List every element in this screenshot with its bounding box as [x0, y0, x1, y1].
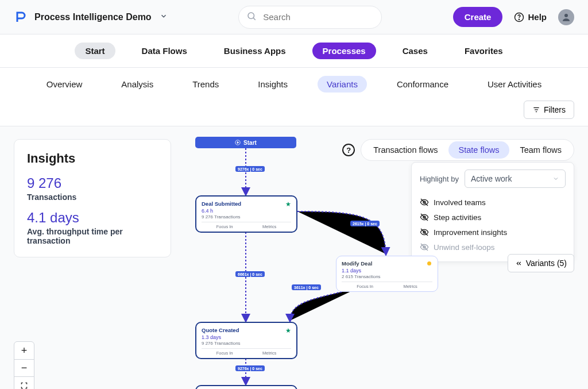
filters-label: Filters	[544, 105, 566, 114]
star-icon: ★	[285, 327, 291, 334]
highlight-select[interactable]: Active work	[465, 170, 566, 188]
insights-card: Insights 9 276 Transactions 4.1 days Avg…	[14, 139, 171, 257]
chevron-left-double-icon	[515, 260, 523, 267]
play-icon	[235, 140, 241, 145]
svg-line-1	[254, 18, 256, 20]
variants-button[interactable]: Variants (5)	[508, 254, 574, 272]
zoom-controls: + −	[14, 341, 34, 389]
subtab-variants[interactable]: Variants	[318, 76, 367, 93]
node-deal-structured[interactable]: ★ Deal Structured	[195, 385, 297, 389]
edge-label: 9276x | 0 sec	[235, 166, 265, 172]
app-menu-chevron[interactable]	[160, 12, 168, 22]
node-deal-submitted[interactable]: ★ Deal Submitted 6.4 h 9 276 Transaction…	[195, 195, 297, 233]
metric-transactions-value: 9 276	[27, 175, 158, 191]
svg-point-4	[564, 14, 568, 17]
tab-cases[interactable]: Cases	[392, 43, 438, 59]
fullscreen-button[interactable]	[14, 376, 34, 389]
highlight-selected: Active work	[471, 174, 512, 183]
process-canvas[interactable]: Start 9276x | 0 sec ★ Deal Submitted 6.4…	[178, 126, 465, 389]
search-input[interactable]	[238, 6, 382, 29]
metric-throughput-label: Avg. throughput time per transaction	[27, 227, 158, 245]
start-label: Start	[243, 140, 257, 146]
sub-tabs: Overview Analysis Trends Insights Varian…	[0, 68, 588, 101]
zoom-out-button[interactable]: −	[14, 359, 34, 376]
metric-transactions-label: Transactions	[27, 192, 158, 202]
filters-button[interactable]: Filters	[524, 101, 574, 119]
tab-data-flows[interactable]: Data Flows	[131, 43, 198, 59]
edge-label: 3611x | 0 sec	[292, 284, 321, 290]
tab-favorites[interactable]: Favorites	[454, 43, 513, 59]
start-node[interactable]: Start	[195, 137, 296, 148]
logo-icon	[14, 10, 28, 24]
subtab-analysis[interactable]: Analysis	[112, 76, 163, 93]
metric-throughput-value: 4.1 days	[27, 210, 158, 226]
tab-business-apps[interactable]: Business Apps	[214, 43, 296, 59]
insights-title: Insights	[27, 151, 158, 166]
svg-point-3	[519, 19, 520, 20]
main-tabs: Start Data Flows Business Apps Processes…	[0, 34, 588, 68]
subtab-insights[interactable]: Insights	[249, 76, 297, 93]
edge-label: 6661x | 0 sec	[235, 271, 265, 277]
subtab-overview[interactable]: Overview	[37, 76, 92, 93]
help-label: Help	[528, 12, 547, 22]
svg-marker-17	[237, 141, 239, 143]
edge-label: 9276x | 0 sec	[235, 365, 265, 371]
variants-label: Variants (5)	[526, 259, 567, 268]
svg-point-0	[248, 13, 254, 19]
app-title: Process Intelligence Demo	[34, 12, 152, 22]
tab-processes[interactable]: Processes	[312, 43, 376, 59]
subtab-user-activities[interactable]: User Activities	[478, 76, 551, 93]
zoom-in-button[interactable]: +	[14, 342, 34, 359]
search-icon	[246, 11, 257, 24]
edge-label: 2615x | 0 sec	[350, 221, 380, 226]
user-avatar[interactable]	[558, 9, 574, 25]
node-modify-deal[interactable]: Modify Deal 1.1 days 2 615 Transactions …	[336, 256, 438, 292]
star-icon: ★	[285, 201, 291, 208]
subtab-trends[interactable]: Trends	[183, 76, 228, 93]
chevron-down-icon	[552, 175, 559, 182]
tab-start[interactable]: Start	[75, 43, 115, 59]
help-button[interactable]: Help	[514, 12, 547, 22]
subtab-conformance[interactable]: Conformance	[388, 76, 458, 93]
node-quote-created[interactable]: ★ Quote Created 1.3 days 9 276 Transacti…	[195, 322, 297, 359]
create-button[interactable]: Create	[453, 7, 503, 27]
flow-tab-team[interactable]: Team flows	[509, 141, 572, 159]
status-dot	[427, 261, 431, 265]
